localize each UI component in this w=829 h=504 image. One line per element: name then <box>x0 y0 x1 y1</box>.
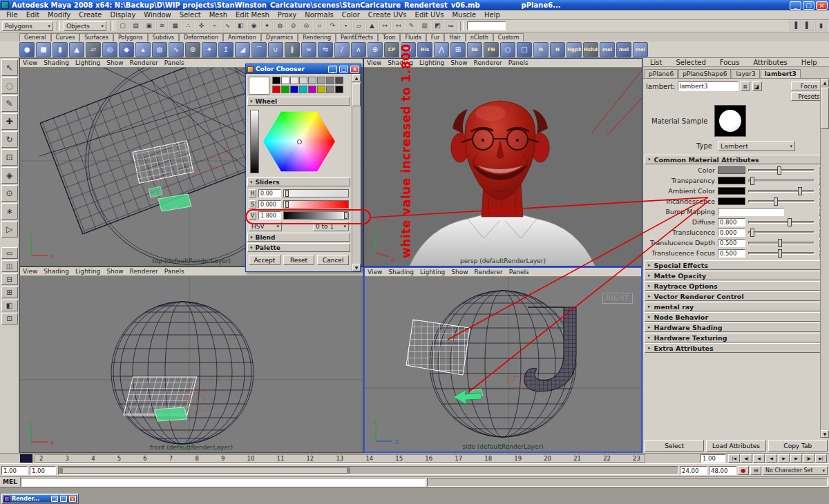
menu-item[interactable]: Mesh <box>206 11 231 19</box>
palette-swatch[interactable] <box>317 86 325 93</box>
ambient-color-swatch[interactable] <box>718 187 745 195</box>
shelf-pipe-icon[interactable]: ◍ <box>152 42 167 57</box>
blend-section-bar[interactable]: ▾Blend <box>247 233 350 242</box>
shelf-merge-icon[interactable]: ∧ <box>351 42 366 57</box>
time-slider[interactable]: 234567891011121314151617181920212223 1.0… <box>0 453 829 463</box>
shelf-hypershade-icon[interactable]: Hshd <box>583 42 598 57</box>
panel-menu-item[interactable]: Shading <box>44 268 69 275</box>
shelf-prism-icon[interactable]: ◆ <box>119 42 134 57</box>
menu-set-dropdown[interactable]: Polygons▾ <box>2 21 53 31</box>
translucence-slider[interactable] <box>748 231 814 234</box>
menu-item[interactable]: Create UVs <box>365 11 410 19</box>
panel-menu-item[interactable]: Renderer <box>130 268 158 275</box>
character-set-dropdown[interactable]: No Character Set▾ <box>763 466 828 475</box>
shelf-tab[interactable]: Rendering <box>298 33 336 41</box>
material-type-dropdown[interactable]: Lambert▾ <box>718 141 795 151</box>
shelf-tab[interactable]: General <box>19 33 51 41</box>
range-slider-track[interactable] <box>58 466 678 475</box>
command-line-language-label[interactable]: MEL <box>0 477 21 487</box>
selected-plane-side[interactable] <box>406 320 470 375</box>
scroll-thumb[interactable] <box>352 83 361 106</box>
shelf-tab[interactable]: Toon <box>378 33 400 41</box>
dialog-action-button[interactable]: Accept <box>249 255 280 265</box>
minimize-button[interactable]: _ <box>790 1 801 10</box>
quick-select-field[interactable] <box>467 21 506 30</box>
attribute-tab[interactable]: pPlaneShape6 <box>678 69 731 78</box>
palette-swatch[interactable] <box>272 86 280 93</box>
collapsed-section-bar[interactable]: ▸ Special Effects <box>645 260 828 270</box>
playback-start-field[interactable]: 1.00 <box>30 466 56 475</box>
layout-two-pane-stacked-icon[interactable]: ⊟ <box>1 273 18 285</box>
select-component-icon[interactable]: ∴ <box>182 21 194 31</box>
move-tool-icon[interactable]: ✚ <box>1 113 18 130</box>
playback-end-field[interactable]: 24.00 <box>680 466 707 475</box>
animation-start-field[interactable]: 1.00 <box>1 466 28 475</box>
palette-swatch[interactable] <box>317 77 325 84</box>
snap-view-plane-icon[interactable]: ▱ <box>353 21 365 31</box>
value-gradient-bar[interactable] <box>250 110 259 173</box>
palette-swatch[interactable] <box>326 86 334 93</box>
auto-keyframe-icon[interactable]: ● <box>738 466 749 475</box>
open-scene-icon[interactable]: ▤ <box>130 21 142 31</box>
saturation-value-field[interactable]: 0.000 <box>258 200 281 209</box>
ae-menu-item[interactable]: Attributes <box>750 59 790 66</box>
menu-item[interactable]: Display <box>106 11 139 19</box>
step-forward-key-button[interactable]: ▶ <box>790 454 802 463</box>
step-back-key-button[interactable]: ◀ <box>753 454 765 463</box>
ae-menu-item[interactable]: Selected <box>672 59 709 66</box>
scroll-up-icon[interactable]: ▲ <box>821 79 829 86</box>
translucence-focus-field[interactable]: 0.500 <box>718 249 745 258</box>
lock-selection-icon[interactable]: ⊘ <box>287 21 299 31</box>
incandescence-swatch[interactable] <box>718 197 745 205</box>
menu-item[interactable]: Create <box>75 11 105 19</box>
menu-item[interactable]: Color <box>339 11 363 19</box>
go-to-end-button[interactable]: ▶| <box>815 454 827 463</box>
collapsed-section-bar[interactable]: ▸ Hardware Shading <box>645 322 828 332</box>
menu-item[interactable]: Proxy <box>274 11 300 19</box>
menu-item[interactable]: Edit Mesh <box>232 11 273 19</box>
shelf-hypergraph-icon[interactable]: Hgph <box>566 42 582 57</box>
shelf-n-node-icon[interactable]: N <box>533 42 549 57</box>
shelf-helix-icon[interactable]: ∿ <box>169 42 184 57</box>
range-mode-dropdown[interactable]: 0 to 1▾ <box>313 222 349 231</box>
translucence-field[interactable]: 0.000 <box>718 229 745 237</box>
panel-menu-item[interactable]: View <box>367 59 381 66</box>
palette-swatch[interactable] <box>299 86 307 93</box>
material-sample-swatch[interactable] <box>714 105 746 137</box>
scroll-down-icon[interactable]: ▼ <box>352 264 361 271</box>
panel-menu-item[interactable]: Lighting <box>75 59 100 66</box>
panel-menu-item[interactable]: Show <box>106 59 123 66</box>
menu-item[interactable]: Muscle <box>448 11 479 19</box>
pin-node-button[interactable]: ◪ <box>752 81 762 91</box>
shelf-cylinder-icon[interactable]: ▮ <box>53 42 68 57</box>
shelf-tab[interactable]: nCloth <box>466 33 493 41</box>
step-forward-frame-button[interactable]: |▶ <box>803 454 814 463</box>
saturation-slider[interactable] <box>283 200 349 209</box>
shelf-tab[interactable]: Curves <box>51 33 80 41</box>
bump-mapping-field[interactable] <box>718 208 784 216</box>
collapsed-section-bar[interactable]: ▸ Matte Opacity <box>645 271 828 280</box>
step-back-frame-button[interactable]: ◀| <box>741 454 752 463</box>
shelf-tab[interactable]: Polygons <box>113 33 148 41</box>
animation-end-field[interactable]: 48.00 <box>709 466 736 475</box>
playback-range-bar[interactable] <box>59 467 350 474</box>
ae-menu-item[interactable]: Focus <box>716 59 743 66</box>
new-scene-icon[interactable]: ▢ <box>117 21 128 31</box>
shelf-smooth-icon[interactable]: ≈ <box>301 42 316 57</box>
menu-item[interactable]: Select <box>176 11 204 19</box>
shelf-tab[interactable]: PaintEffects <box>336 33 378 41</box>
mask-deformations-icon[interactable]: ◉ <box>248 21 260 31</box>
palette-swatch[interactable] <box>308 77 316 84</box>
shelf-mirror-icon[interactable]: ⇋ <box>318 42 333 57</box>
scroll-up-icon[interactable]: ▲ <box>352 74 361 81</box>
mini-maximize-button[interactable]: □ <box>60 496 67 502</box>
panel-menu-item[interactable]: Show <box>106 268 123 275</box>
shelf-pyramid-icon[interactable]: ▴ <box>135 42 151 57</box>
construction-history-icon[interactable]: ✎ <box>406 21 417 31</box>
shelf-tab[interactable]: Surfaces <box>79 33 113 41</box>
shelf-nurbs-square-icon[interactable]: □ <box>517 42 532 57</box>
panel-menu-item[interactable]: Panels <box>164 268 184 275</box>
shelf-split-icon[interactable]: ∕ <box>334 42 350 57</box>
layout-hypershade-persp-icon[interactable]: ⊡ <box>1 313 18 324</box>
toggle-attribute-editor-icon[interactable]: ▐ <box>789 21 801 31</box>
